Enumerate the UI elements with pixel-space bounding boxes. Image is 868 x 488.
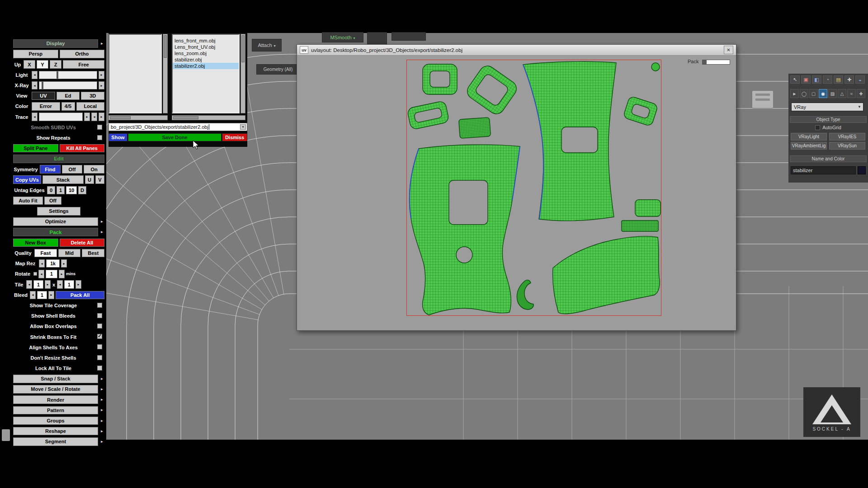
file-list-item[interactable]: Lens_front_UV.obj — [173, 44, 239, 50]
axis-free-button[interactable]: Free — [63, 60, 104, 69]
quality-best-button[interactable]: Best — [82, 249, 104, 258]
directory-list-scrollbar[interactable] — [163, 34, 168, 113]
pack-all-button[interactable]: Pack All — [56, 291, 104, 300]
file-list-item[interactable]: stabilizer.obj — [173, 56, 239, 63]
flyout-arrow-icon[interactable] — [99, 228, 104, 236]
bleed-value[interactable]: 1 — [37, 291, 47, 300]
display-header-button[interactable]: Display — [13, 39, 98, 48]
file-list-item[interactable]: stabilizer2.obj — [173, 63, 239, 69]
create-tab-systems-icon[interactable]: ✚ — [857, 89, 865, 98]
checkbox-lock-all-to-tile[interactable] — [97, 366, 102, 371]
stack-u-button[interactable]: U — [85, 175, 94, 184]
geometry-all-button[interactable]: Geometry (All) — [256, 64, 300, 75]
directory-list[interactable] — [108, 34, 162, 113]
renderer-dropdown[interactable]: VRay ▼ — [791, 103, 863, 111]
menu-snap-stack[interactable]: Snap / Stack — [13, 375, 98, 383]
view-uv-button[interactable]: UV — [32, 92, 55, 100]
tile-x-increase-button[interactable] — [45, 280, 51, 289]
flyout-arrow-icon[interactable] — [99, 375, 104, 383]
select-arrow-icon[interactable]: ↖ — [790, 75, 800, 84]
axis-x-button[interactable]: X — [24, 60, 35, 69]
rectangle-icon[interactable]: ▣ — [801, 75, 811, 84]
checkbox-shrink-boxes-to-fit[interactable] — [97, 334, 102, 339]
collapsed-panel-tab[interactable] — [2, 429, 10, 441]
flyout-arrow-icon[interactable] — [99, 385, 104, 394]
object-name-input[interactable]: stabilizer — [791, 166, 856, 174]
sphere-icon[interactable]: ◔ — [823, 75, 832, 84]
flyout-arrow-icon[interactable] — [99, 39, 104, 48]
tile-x-decrease-button[interactable] — [26, 280, 32, 289]
quality-fast-button[interactable]: Fast — [34, 249, 57, 258]
map-rez-increase-button[interactable] — [61, 259, 67, 268]
split-pane-button[interactable]: Split Pane — [13, 144, 58, 153]
uv-editor-canvas[interactable]: Pack — [297, 56, 736, 330]
flyout-arrow-icon[interactable] — [99, 395, 104, 404]
attach-button[interactable]: Attach — [252, 39, 282, 52]
flyout-arrow-icon[interactable] — [99, 417, 104, 425]
kill-all-panes-button[interactable]: Kill All Panes — [60, 144, 105, 153]
rotate-checkbox[interactable] — [33, 272, 37, 276]
auto-fit-button[interactable]: Auto Fit — [13, 197, 43, 205]
untag-d-button[interactable]: D — [78, 186, 86, 195]
color-local-button[interactable]: Local — [76, 102, 105, 111]
flyout-arrow-icon[interactable] — [99, 217, 104, 226]
slider-thumb[interactable] — [42, 82, 43, 89]
light-slider[interactable] — [39, 71, 97, 80]
create-tab-helpers-icon[interactable]: △ — [838, 89, 846, 98]
flyout-arrow-icon[interactable] — [99, 427, 104, 436]
xray-decrease-button[interactable] — [32, 81, 38, 90]
file-path-input[interactable]: bo_project/3D_Objects/export/stabilizer2… — [108, 123, 247, 131]
half-circle-icon[interactable]: ◒ — [855, 75, 865, 84]
trace-decrease-button[interactable] — [32, 113, 38, 121]
map-rez-value[interactable]: 1k — [46, 259, 60, 268]
symmetry-find-button[interactable]: Find — [40, 165, 61, 174]
checkbox-show-shell-bleeds[interactable] — [97, 313, 102, 318]
file-hscrollbar[interactable] — [172, 115, 245, 120]
trace-increase-button[interactable] — [84, 113, 90, 121]
menu-render[interactable]: Render — [13, 395, 98, 404]
vraysun-button[interactable]: VRaySun — [829, 142, 865, 150]
scrollbar-thumb[interactable] — [164, 35, 167, 58]
stack-button[interactable]: Stack — [42, 175, 84, 184]
optimize-button[interactable]: Optimize — [13, 217, 98, 226]
view-ed-button[interactable]: Ed — [57, 92, 80, 100]
untag-10-button[interactable]: 10 — [66, 186, 77, 195]
untag-0-button[interactable]: 0 — [47, 186, 55, 195]
symmetry-on-button[interactable]: On — [84, 165, 104, 174]
checkbox-smooth-subd[interactable] — [97, 125, 102, 130]
xray-slider[interactable] — [39, 81, 97, 90]
scrollbar-thumb[interactable] — [110, 116, 131, 119]
vrayies-button[interactable]: VRayIES — [829, 133, 865, 141]
floating-caddy[interactable] — [752, 90, 774, 108]
object-type-rollout-header[interactable]: Object Type — [790, 116, 867, 123]
flyout-arrow-icon[interactable] — [99, 437, 104, 446]
checkbox-show-tile-coverage[interactable] — [97, 303, 102, 308]
autogrid-checkbox[interactable] — [815, 125, 820, 130]
tile-y-decrease-button[interactable] — [57, 280, 63, 289]
create-tab-arrow-icon[interactable]: ► — [790, 89, 799, 98]
menu-pattern[interactable]: Pattern — [13, 406, 98, 415]
plus-icon[interactable]: ✚ — [844, 75, 854, 84]
rotate-value[interactable]: 1 — [46, 270, 57, 278]
file-list[interactable]: lens_front_mm.obj Lens_front_UV.obj lens… — [172, 34, 240, 113]
create-tab-cameras-icon[interactable]: ▨ — [828, 89, 837, 98]
xray-increase-button[interactable] — [99, 81, 104, 90]
light-decrease-button[interactable] — [32, 71, 38, 80]
show-button[interactable]: Show — [108, 133, 127, 141]
name-color-rollout-header[interactable]: Name and Color — [790, 155, 867, 162]
slider-thumb[interactable] — [57, 71, 58, 79]
persp-button[interactable]: Persp — [13, 50, 58, 58]
path-dropdown-button[interactable]: ▾ — [240, 124, 246, 130]
trace-slider[interactable] — [39, 113, 83, 121]
ribbon-fragment[interactable] — [392, 32, 426, 41]
scrollbar-thumb[interactable] — [241, 35, 245, 62]
directory-hscrollbar[interactable] — [108, 115, 168, 120]
light-increase-button[interactable] — [99, 71, 104, 80]
checkbox-align-shells-to-axes[interactable] — [97, 344, 102, 349]
scrollbar-thumb[interactable] — [173, 116, 198, 119]
rotate-increase-button[interactable] — [59, 270, 65, 278]
checkbox-show-repeats[interactable] — [97, 135, 102, 140]
axis-z-button[interactable]: Z — [50, 60, 61, 69]
create-tab-geometry-icon[interactable]: ◯ — [800, 89, 808, 98]
view-3d-button[interactable]: 3D — [81, 92, 104, 100]
